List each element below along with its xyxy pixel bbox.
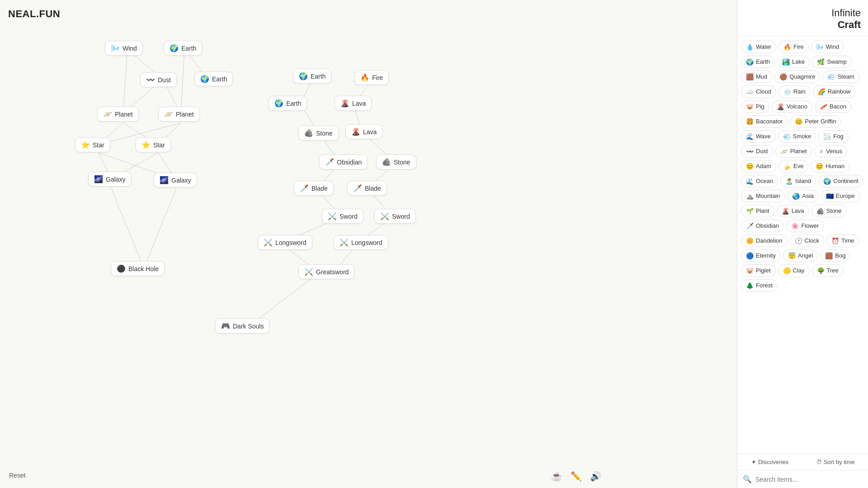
sidebar-item-fog[interactable]: 🌫️Fog: [818, 130, 848, 143]
canvas-item-planet1[interactable]: 🪐Planet: [97, 107, 139, 122]
sidebar-item-time[interactable]: ⏰Time: [826, 235, 859, 247]
sidebar-item-quagmire[interactable]: 🟤Quagmire: [774, 70, 820, 83]
canvas-item-longsword2[interactable]: ⚔️Longsword: [334, 235, 388, 250]
canvas-item-wind1[interactable]: 🌬️Wind: [105, 41, 143, 56]
sidebar-item-dandelion[interactable]: 🌼Dandelion: [741, 235, 788, 247]
sidebar-item-flower[interactable]: 🌸Flower: [786, 220, 824, 232]
sidebar-item-swamp[interactable]: 🌿Swamp: [812, 56, 851, 68]
chip-emoji: 😊: [746, 163, 754, 170]
sidebar-item-peter-griffin[interactable]: 😊Peter Griffin: [790, 115, 841, 128]
canvas-item-blade2[interactable]: 🗡️Blade: [347, 181, 387, 196]
canvas-item-earth2[interactable]: 🌍Earth: [194, 71, 233, 86]
chip-emoji: 🌿: [817, 58, 825, 66]
canvas-item-earth3[interactable]: 🌍Earth: [293, 69, 331, 84]
sidebar-item-lava[interactable]: 🌋Lava: [777, 205, 809, 217]
canvas-item-lava2[interactable]: 🌋Lava: [345, 124, 382, 139]
chip-label: Dust: [756, 148, 768, 155]
sidebar-item-planet[interactable]: 🪐Planet: [775, 145, 812, 158]
sidebar-item-dust[interactable]: 〰️Dust: [741, 145, 773, 158]
canvas-item-obsidian1[interactable]: 🗡️Obsidian: [319, 155, 368, 169]
sidebar-item-clay[interactable]: 🟡Clay: [778, 264, 810, 277]
sidebar-item-eve[interactable]: 🍌Eve: [778, 160, 808, 173]
sort-label: ⏱ Sort by time: [816, 459, 855, 465]
sidebar-item-wind[interactable]: 🌬️Wind: [811, 41, 844, 53]
sidebar-item-rain[interactable]: 🌧️Rain: [778, 85, 811, 98]
sidebar-item-human[interactable]: 😊Human: [811, 160, 849, 173]
reset-button[interactable]: Reset: [9, 472, 26, 479]
item-emoji: ⚔️: [304, 267, 313, 276]
chip-emoji: 🟤: [779, 73, 787, 80]
canvas-item-greatsword1[interactable]: ⚔️Greatsword: [298, 264, 354, 279]
sidebar-item-earth[interactable]: 🌍Earth: [741, 56, 775, 68]
item-label: Stone: [394, 159, 410, 166]
chip-label: Fire: [793, 43, 803, 50]
item-emoji: ⚔️: [380, 212, 389, 221]
canvas-item-dust1[interactable]: 〰️Dust: [140, 72, 177, 87]
item-label: Earth: [212, 75, 227, 83]
sidebar-item-fire[interactable]: 🔥Fire: [778, 41, 808, 53]
canvas-item-galaxy2[interactable]: 🌌Galaxy: [154, 173, 197, 188]
sidebar-item-plant[interactable]: 🌱Plant: [741, 205, 774, 217]
canvas-item-star1[interactable]: ⭐Star: [75, 137, 110, 152]
sidebar-item-eternity[interactable]: 🔵Eternity: [741, 249, 781, 262]
sidebar-item-clock[interactable]: 🕐Clock: [790, 235, 825, 247]
item-emoji: 🌍: [170, 44, 179, 52]
canvas-item-fire1[interactable]: 🔥Fire: [354, 70, 389, 85]
chip-label: Stone: [826, 207, 842, 214]
sound-icon[interactable]: 🔊: [590, 471, 601, 482]
sidebar-item-steam[interactable]: 💨Steam: [822, 70, 859, 83]
edit-icon[interactable]: ✏️: [571, 471, 582, 482]
item-label: Planet: [176, 111, 194, 118]
chip-emoji: 🌱: [746, 207, 754, 215]
item-label: Lava: [363, 128, 377, 136]
item-emoji: 🪨: [382, 158, 391, 166]
sidebar-item-adam[interactable]: 😊Adam: [741, 160, 776, 173]
sort-tab[interactable]: ⏱ Sort by time: [803, 454, 868, 470]
sidebar-item-water[interactable]: 💧Water: [741, 41, 776, 53]
sidebar-item-piglet[interactable]: 🐷Piglet: [741, 264, 776, 277]
sidebar-item-tree[interactable]: 🌳Tree: [812, 264, 844, 277]
sidebar-item-rainbow[interactable]: 🌈Rainbow: [813, 85, 856, 98]
sidebar-item-asia[interactable]: 🌏Asia: [787, 190, 818, 202]
sidebar-item-baconator[interactable]: 🍔Baconator: [741, 115, 788, 128]
canvas-item-earth4[interactable]: 🌍Earth: [269, 96, 307, 111]
sidebar-item-smoke[interactable]: 💨Smoke: [778, 130, 816, 143]
canvas-item-longsword1[interactable]: ⚔️Longsword: [258, 235, 312, 250]
discoveries-tab[interactable]: ✦ Discoveries: [737, 454, 803, 470]
sidebar-item-cloud[interactable]: ☁️Cloud: [741, 85, 776, 98]
canvas-item-blade1[interactable]: 🗡️Blade: [294, 181, 334, 196]
canvas-item-stone2[interactable]: 🪨Stone: [376, 155, 416, 169]
sidebar-item-obsidian[interactable]: 🗡️Obsidian: [741, 220, 784, 232]
canvas-item-sword2[interactable]: ⚔️Sword: [374, 209, 416, 224]
sidebar-item-europe[interactable]: 🇪🇺Europe: [821, 190, 860, 202]
canvas-item-lava1[interactable]: 🌋Lava: [335, 96, 372, 111]
sidebar-item-bacon[interactable]: 🥓Bacon: [815, 100, 851, 113]
item-emoji: 🌍: [299, 72, 308, 80]
sidebar-item-volcano[interactable]: 🌋Volcano: [772, 100, 812, 113]
sidebar-item-venus[interactable]: ♀️Venus: [814, 145, 848, 158]
sidebar-item-island[interactable]: 🏝️Island: [780, 175, 816, 188]
sidebar-item-continent[interactable]: 🌍Continent: [818, 175, 863, 188]
canvas-item-star2[interactable]: ⭐Star: [136, 137, 171, 152]
sidebar-item-stone[interactable]: 🪨Stone: [811, 205, 847, 217]
sidebar-item-lake[interactable]: 🏞️Lake: [777, 56, 810, 68]
canvas-item-planet2[interactable]: 🪐Planet: [158, 107, 200, 122]
canvas-item-stone1[interactable]: 🪨Stone: [298, 126, 339, 141]
cup-icon[interactable]: ☕: [551, 471, 562, 482]
chip-label: Venus: [826, 148, 842, 155]
sidebar-item-wave[interactable]: 🌊Wave: [741, 130, 776, 143]
sidebar-item-bog[interactable]: 🟫Bog: [820, 249, 850, 262]
canvas-item-darksouls1[interactable]: 🎮Dark Souls: [215, 319, 269, 333]
search-input[interactable]: [755, 476, 863, 483]
sidebar-item-mountain[interactable]: ⛰️Mountain: [741, 190, 785, 202]
sidebar-item-pig[interactable]: 🐷Pig: [741, 100, 769, 113]
sidebar-item-ocean[interactable]: 🌊Ocean: [741, 175, 778, 188]
canvas-item-galaxy1[interactable]: 🌌Galaxy: [88, 172, 132, 187]
canvas-item-sword1[interactable]: ⚔️Sword: [322, 209, 363, 224]
sidebar-item-angel[interactable]: 😇Angel: [783, 249, 818, 262]
sidebar-item-mud[interactable]: 🟫Mud: [741, 70, 772, 83]
canvas-item-earth1[interactable]: 🌍Earth: [164, 41, 202, 56]
canvas-area[interactable]: NEAL.FUN: [0, 0, 737, 488]
sidebar-item-forest[interactable]: 🌲Forest: [741, 279, 778, 292]
canvas-item-blackhole1[interactable]: ⚫Black Hole: [111, 261, 165, 276]
